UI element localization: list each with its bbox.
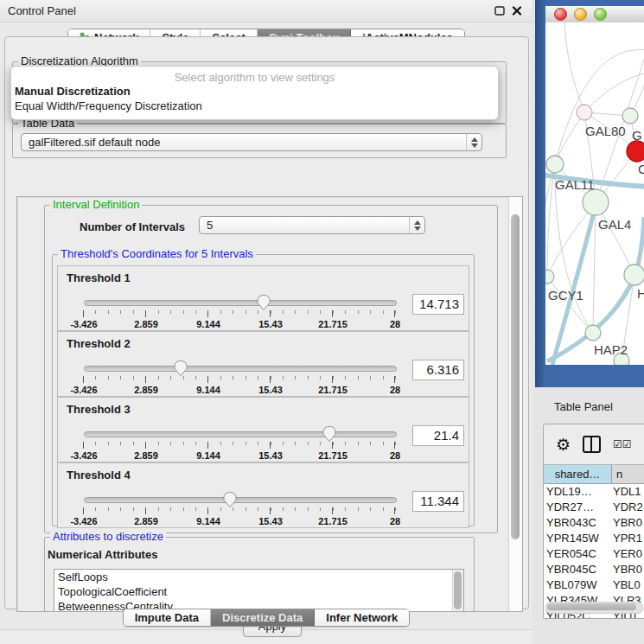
column-header-name[interactable]: n <box>612 465 644 483</box>
table-row[interactable]: YBR043CYBR0 <box>544 515 644 531</box>
tab-impute-data[interactable]: Impute Data <box>124 609 211 626</box>
node[interactable] <box>622 108 638 124</box>
attributes-group: Attributes to discretize Numerical Attri… <box>44 537 475 612</box>
panel-title: Control Panel <box>8 4 76 17</box>
settings-scrollbar[interactable] <box>508 197 522 611</box>
tab-infer-network[interactable]: Infer Network <box>315 609 409 626</box>
slider-thumb[interactable] <box>322 425 337 443</box>
node-gal11[interactable] <box>546 156 564 173</box>
node-label: C <box>638 162 644 176</box>
node-label: GAL80 <box>585 124 626 138</box>
table-panel-title: Table Panel <box>554 400 613 413</box>
node-label: G <box>632 128 642 143</box>
threshold-value-field[interactable]: 21.4 <box>412 425 464 446</box>
num-intervals-combobox[interactable]: 5 <box>199 216 425 234</box>
node-label: GCY1 <box>548 288 583 303</box>
tab-label: Impute Data <box>135 611 199 624</box>
node-label: GAL4 <box>598 217 631 232</box>
table-row[interactable]: YDL19…YDL1 <box>544 484 644 500</box>
slider-thumb[interactable] <box>222 491 238 508</box>
zoom-traffic-light[interactable] <box>594 8 607 21</box>
threshold-slider[interactable]: -3.4262.8599.14415.4321.71528 <box>84 493 395 524</box>
interval-definition-group: Interval Definition Number of Intervals … <box>44 205 498 533</box>
tab-label: Infer Network <box>326 611 398 624</box>
control-panel-titlebar: Control Panel <box>0 0 532 22</box>
threshold-slider[interactable]: -3.4262.8599.14415.4321.71528 <box>84 427 395 458</box>
threshold-slider[interactable]: -3.4262.8599.14415.4321.71528 <box>84 361 395 392</box>
control-panel: Control Panel Network Style Select Cyni … <box>0 0 533 630</box>
combobox-value: galFiltered.sif default node <box>29 136 160 149</box>
slider-thumb[interactable] <box>256 294 271 311</box>
threshold-value-field[interactable]: 14.713 <box>412 294 464 315</box>
group-label: Interval Definition <box>50 198 142 212</box>
column-header-shared-name[interactable]: shared… <box>544 465 612 483</box>
window-frame <box>535 0 545 387</box>
stepper-arrows-icon <box>409 217 424 233</box>
select-columns-icon[interactable]: ☑☑ <box>613 438 632 450</box>
network-canvas[interactable]: GAL80 G GAL11 C GAL4 GCY1 H HAP2 <box>545 22 644 365</box>
threshold-label: Threshold 3 <box>67 403 131 416</box>
float-window-icon[interactable] <box>494 6 505 16</box>
threshold-value-field[interactable]: 6.316 <box>412 360 464 380</box>
node-selected-red[interactable] <box>627 141 644 162</box>
slider-track[interactable] <box>84 300 397 306</box>
close-icon[interactable] <box>512 6 522 16</box>
dropdown-option-equal-width[interactable]: Equal Width/Frequency Discretization <box>11 99 498 113</box>
node-label: GAL11 <box>555 177 595 192</box>
slider-track[interactable] <box>84 431 397 437</box>
right-column: GAL80 G GAL11 C GAL4 GCY1 H HAP2 Table P… <box>532 0 644 644</box>
tab-discretize-data[interactable]: Discretize Data <box>211 609 315 626</box>
dropdown-placeholder: Select algorithm to view settings <box>11 71 498 84</box>
node-h[interactable] <box>624 265 644 285</box>
list-item[interactable]: TopologicalCoefficient <box>54 584 463 599</box>
dropdown-option-manual[interactable]: Manual Discretization <box>11 84 498 99</box>
table-data-group: Table Data galFiltered.sif default node <box>12 124 507 158</box>
node-hap2[interactable] <box>585 325 601 341</box>
gear-icon[interactable]: ⚙ <box>556 437 571 453</box>
slider-thumb[interactable] <box>173 360 188 377</box>
slider-major-ticks <box>83 507 396 514</box>
group-label: Attributes to discretize <box>50 530 166 544</box>
group-label: Threshold's Coordinates for 5 Intervals <box>58 247 256 261</box>
network-window-titlebar[interactable] <box>545 6 644 23</box>
node-gal80[interactable] <box>577 105 592 120</box>
slider-major-ticks <box>83 310 396 317</box>
slider-major-ticks <box>83 376 396 383</box>
threshold-slider[interactable]: -3.4262.8599.14415.4321.71528 <box>84 296 395 327</box>
table-header-row: shared… n <box>544 465 644 484</box>
list-scrollbar[interactable] <box>452 570 463 612</box>
table-data-combobox[interactable]: galFiltered.sif default node <box>21 133 482 151</box>
threshold-panel: Threshold 3 -3.4262.8599.14415.4321.7152… <box>57 397 469 462</box>
columns-icon[interactable] <box>583 436 601 453</box>
node-label: H <box>637 286 644 301</box>
threshold-label: Threshold 2 <box>67 337 131 350</box>
table-row[interactable]: YER054CYER0 <box>544 546 644 562</box>
table-row[interactable]: YBR045CYBR0 <box>544 562 644 577</box>
slider-track[interactable] <box>84 366 397 372</box>
numerical-attributes-list[interactable]: SelfLoops TopologicalCoefficient Between… <box>54 569 464 612</box>
node-gcy1[interactable] <box>545 270 554 284</box>
table-panel: ⚙ ☑☑ shared… n YDL19…YDL1 YDR27…YDR2 YBR… <box>543 424 644 619</box>
cyni-toolbox-panel: Discretization Algorithm Table Data galF… <box>4 36 529 609</box>
num-intervals-label: Number of Intervals <box>80 220 185 233</box>
table-horizontal-scrollbar[interactable] <box>545 602 643 614</box>
combobox-value: 5 <box>207 219 213 232</box>
list-item[interactable]: SelfLoops <box>54 570 463 584</box>
algorithm-dropdown-popup: Select algorithm to view settings Manual… <box>10 66 499 120</box>
network-view-window: GAL80 G GAL11 C GAL4 GCY1 H HAP2 <box>535 0 644 387</box>
table-row[interactable]: YDR27…YDR2 <box>544 500 644 515</box>
threshold-label: Threshold 1 <box>67 271 131 284</box>
table-row[interactable]: YBL079WYBL0 <box>544 577 644 593</box>
threshold-value-field[interactable]: 11.344 <box>412 491 464 512</box>
stepper-arrows-icon <box>466 134 481 150</box>
threshold-panel: Threshold 4 -3.4262.8599.14415.4321.7152… <box>57 462 469 528</box>
minimize-traffic-light[interactable] <box>574 8 587 21</box>
node-label: HAP2 <box>594 342 628 357</box>
threshold-panel: Threshold 1 -3.4262.8599.14415.4321.7152… <box>57 265 469 331</box>
close-traffic-light[interactable] <box>554 8 567 21</box>
node-gal4[interactable] <box>583 189 609 215</box>
thresholds-group: Threshold's Coordinates for 5 Intervals … <box>52 254 475 526</box>
table-row[interactable]: YPR145WYPR1 <box>544 531 644 546</box>
slider-track[interactable] <box>84 497 397 503</box>
threshold-panel: Threshold 2 -3.4262.8599.14415.4321.7152… <box>57 331 469 397</box>
